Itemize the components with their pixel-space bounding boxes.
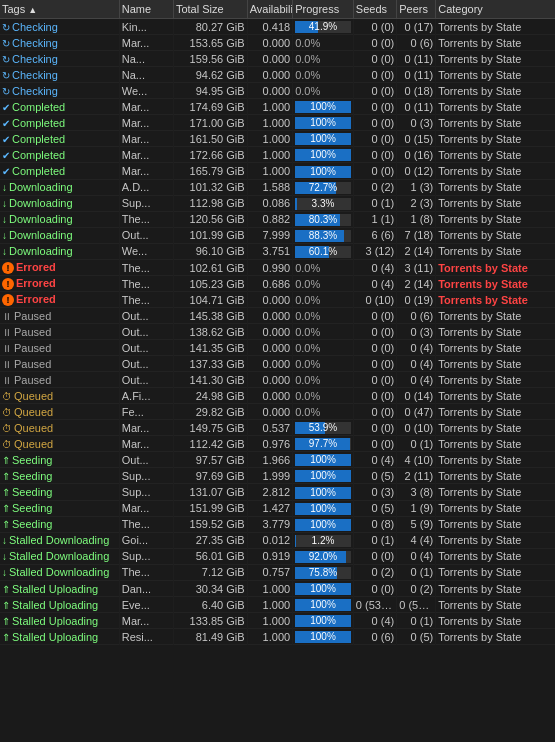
status-icon: ⇑ (2, 632, 10, 643)
table-row[interactable]: ⇑SeedingThe...159.52 GiB3.779100%0 (8)5 … (0, 516, 555, 532)
table-row[interactable]: ⇑SeedingSup...97.69 GiB1.999100%0 (5)2 (… (0, 468, 555, 484)
status-icon: ⏱ (2, 391, 12, 402)
table-row[interactable]: ⏸PausedOut...145.38 GiB0.0000.0%0 (0)0 (… (0, 308, 555, 324)
table-row[interactable]: ↓DownloadingThe...120.56 GiB0.88280.3%1 … (0, 211, 555, 227)
table-row[interactable]: ⏸PausedOut...141.30 GiB0.0000.0%0 (0)0 (… (0, 372, 555, 388)
table-row[interactable]: ⏱QueuedMar...149.75 GiB0.53753.9%0 (0)0 … (0, 420, 555, 436)
col-header-name[interactable]: Name (119, 0, 173, 19)
cell-peers: 0 (10) (397, 420, 436, 436)
col-header-progress[interactable]: Progress (293, 0, 354, 19)
table-row[interactable]: ↓DownloadingA.D...101.32 GiB1.58872.7%0 … (0, 179, 555, 195)
tag-label: Seeding (12, 486, 52, 498)
table-row[interactable]: ⏸PausedOut...137.33 GiB0.0000.0%0 (0)0 (… (0, 356, 555, 372)
tag-label: Paused (14, 310, 51, 322)
cell-seeds: 0 (4) (353, 452, 396, 468)
table-row[interactable]: ↻CheckingKin...80.27 GiB0.41841.9%0 (0)0… (0, 19, 555, 35)
table-row[interactable]: ↻CheckingNa...159.56 GiB0.0000.0%0 (0)0 … (0, 51, 555, 67)
cell-category: Torrents by State (436, 564, 555, 580)
cell-peers: 0 (3) (397, 115, 436, 131)
cell-tags: ⇑Stalled Uploading (0, 629, 119, 645)
cell-progress: 0.0% (293, 67, 354, 83)
cell-peers: 5 (9) (397, 516, 436, 532)
status-icon: ⏸ (2, 343, 12, 354)
cell-peers: 3 (8) (397, 484, 436, 500)
tag-label: Stalled Downloading (9, 550, 109, 562)
cell-progress: 100% (293, 500, 354, 516)
cell-peers: 1 (8) (397, 211, 436, 227)
table-row[interactable]: !ErroredThe...102.61 GiB0.9900.0%0 (4)3 … (0, 260, 555, 276)
cell-name: Mar... (119, 131, 173, 147)
col-header-peers[interactable]: Peers (397, 0, 436, 19)
cell-size: 97.57 GiB (173, 452, 247, 468)
table-row[interactable]: ⇑SeedingSup...131.07 GiB2.812100%0 (3)3 … (0, 484, 555, 500)
status-icon: ⇑ (2, 455, 10, 466)
col-header-size[interactable]: Total Size (173, 0, 247, 19)
cell-category: Torrents by State (436, 404, 555, 420)
table-row[interactable]: ⇑Stalled UploadingResi...81.49 GiB1.0001… (0, 629, 555, 645)
cell-name: Resi... (119, 629, 173, 645)
table-row[interactable]: ⇑Stalled UploadingDan...30.34 GiB1.00010… (0, 580, 555, 596)
cell-availability: 0.000 (247, 83, 293, 99)
tag-label: Stalled Uploading (12, 615, 98, 627)
cell-size: 94.62 GiB (173, 67, 247, 83)
table-row[interactable]: ↻CheckingWe...94.95 GiB0.0000.0%0 (0)0 (… (0, 83, 555, 99)
progress-bar: 100% (295, 133, 351, 145)
cell-tags: ⇑Stalled Uploading (0, 613, 119, 629)
table-row[interactable]: ✔CompletedMar...174.69 GiB1.000100%0 (0)… (0, 99, 555, 115)
table-row[interactable]: ⇑SeedingOut...97.57 GiB1.966100%0 (4)4 (… (0, 452, 555, 468)
table-row[interactable]: ↓Stalled DownloadingSup...56.01 GiB0.919… (0, 548, 555, 564)
cell-category: Torrents by State (436, 35, 555, 51)
table-row[interactable]: ✔CompletedMar...171.00 GiB1.000100%0 (0)… (0, 115, 555, 131)
table-row[interactable]: ↓Stalled DownloadingThe...7.12 GiB0.7577… (0, 564, 555, 580)
cell-tags: ↻Checking (0, 83, 119, 99)
progress-bar: 3.3% (295, 198, 351, 210)
table-row[interactable]: ⏱QueuedMar...112.42 GiB0.97697.7%0 (0)0 … (0, 436, 555, 452)
table-row[interactable]: !ErroredThe...104.71 GiB0.0000.0%0 (10)0… (0, 292, 555, 308)
table-row[interactable]: ⏱QueuedA.Fi...24.98 GiB0.0000.0%0 (0)0 (… (0, 388, 555, 404)
table-row[interactable]: ↻CheckingNa...94.62 GiB0.0000.0%0 (0)0 (… (0, 67, 555, 83)
cell-availability: 1.000 (247, 115, 293, 131)
cell-peers: 0 (595) (397, 597, 436, 613)
cell-category: Torrents by State (436, 115, 555, 131)
table-row[interactable]: ↓DownloadingWe...96.10 GiB3.75160.1%3 (1… (0, 243, 555, 259)
progress-zero: 0.0% (295, 278, 320, 290)
status-icon: ↓ (2, 535, 7, 546)
progress-bar: 53.9% (295, 422, 351, 434)
progress-text: 97.7% (295, 438, 351, 450)
col-header-seeds[interactable]: Seeds (353, 0, 396, 19)
col-header-availability[interactable]: Availability (247, 0, 293, 19)
table-row[interactable]: ⇑Stalled UploadingEve...6.40 GiB1.000100… (0, 597, 555, 613)
table-row[interactable]: ✔CompletedMar...161.50 GiB1.000100%0 (0)… (0, 131, 555, 147)
tag-label: Paused (14, 374, 51, 386)
cell-size: 174.69 GiB (173, 99, 247, 115)
table-row[interactable]: !ErroredThe...105.23 GiB0.6860.0%0 (4)2 … (0, 276, 555, 292)
table-row[interactable]: ⇑SeedingMar...151.99 GiB1.427100%0 (5)1 … (0, 500, 555, 516)
table-row[interactable]: ↻CheckingMar...153.65 GiB0.0000.0%0 (0)0… (0, 35, 555, 51)
table-row[interactable]: ⏸PausedOut...141.35 GiB0.0000.0%0 (0)0 (… (0, 340, 555, 356)
col-header-category[interactable]: Category (436, 0, 555, 19)
col-header-tags[interactable]: Tags ▲ (0, 0, 119, 19)
cell-availability: 0.000 (247, 404, 293, 420)
status-icon: ! (2, 262, 14, 273)
table-row[interactable]: ⏸PausedOut...138.62 GiB0.0000.0%0 (0)0 (… (0, 324, 555, 340)
table-row[interactable]: ⇑Stalled UploadingMar...133.85 GiB1.0001… (0, 613, 555, 629)
table-row[interactable]: ✔CompletedMar...172.66 GiB1.000100%0 (0)… (0, 147, 555, 163)
cell-tags: ↻Checking (0, 67, 119, 83)
status-icon: ⇑ (2, 616, 10, 627)
table-row[interactable]: ⏱QueuedFe...29.82 GiB0.0000.0%0 (0)0 (47… (0, 404, 555, 420)
cell-category: Torrents by State (436, 324, 555, 340)
cell-availability: 0.686 (247, 276, 293, 292)
table-row[interactable]: ✔CompletedMar...165.79 GiB1.000100%0 (0)… (0, 163, 555, 179)
tag-label: Seeding (12, 502, 52, 514)
table-row[interactable]: ↓Stalled DownloadingGoi...27.35 GiB0.012… (0, 532, 555, 548)
cell-seeds: 0 (0) (353, 51, 396, 67)
cell-availability: 0.537 (247, 420, 293, 436)
cell-size: 7.12 GiB (173, 564, 247, 580)
progress-zero: 0.0% (295, 85, 320, 97)
table-row[interactable]: ↓DownloadingSup...112.98 GiB0.0863.3%0 (… (0, 195, 555, 211)
cell-name: Out... (119, 356, 173, 372)
cell-seeds: 0 (0) (353, 147, 396, 163)
cell-peers: 0 (14) (397, 388, 436, 404)
cell-seeds: 0 (4) (353, 613, 396, 629)
table-row[interactable]: ↓DownloadingOut...101.99 GiB7.99988.3%6 … (0, 227, 555, 243)
